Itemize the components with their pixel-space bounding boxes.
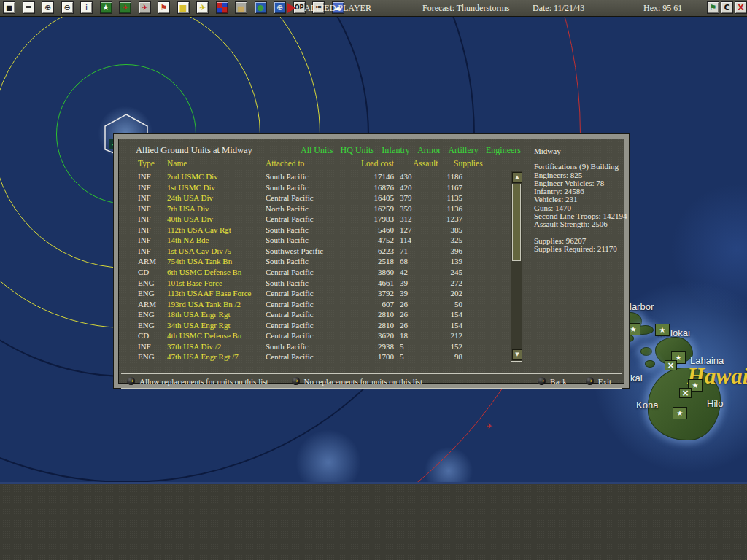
top-toolbar: ◼≡⊕⊖i★✈✈⚑▆✈▅●⊕OP≡☁ ALLIED PLAYER Forecas… [0,0,747,17]
unit-name-link[interactable]: 7th USA Div [167,204,209,213]
exit-button[interactable]: → Exit [586,377,611,386]
filter-armor[interactable]: Armor [417,145,441,156]
scroll-up-button[interactable]: ▲ [512,172,522,183]
troop-transport-icon[interactable]: ▅ [235,1,247,14]
unit-row[interactable]: INF112th USA Cav RgtSouth Pacific5460127… [118,225,512,236]
unit-row[interactable]: CD6th USMC Defense BnCentral Pacific3860… [118,268,512,278]
filter-artillery[interactable]: Artillery [448,145,478,156]
info-icon[interactable]: i [80,1,93,14]
unit-row[interactable]: INF24th USA DivCentral Pacific1640537911… [118,193,512,203]
unit-row[interactable]: ENG101st Base ForceSouth Pacific46613927… [118,279,512,289]
unit-name-link[interactable]: 14th NZ Bde [167,236,209,244]
unit-name-link[interactable]: 40th USA Div [167,214,213,223]
unit-name-link[interactable]: 34th USA Engr Rgt [167,321,230,330]
load-cost: 17146 [346,172,394,181]
unit-name-link[interactable]: 47th USA Engr Rgt /7 [167,352,239,361]
load-cost: 2810 [346,321,394,330]
unit-row[interactable]: ENG34th USA Engr RgtCentral Pacific28102… [118,321,512,331]
document-icon[interactable]: ≡ [23,1,35,14]
enemy-air-sighting-icon[interactable]: ✈ [486,421,492,431]
unit-list-scrollbar[interactable]: ▲ ▼ [511,171,522,362]
load-cost: 4661 [346,279,394,287]
unit-name-link[interactable]: 24th USA Div [167,193,213,202]
unit-name-link[interactable]: 193rd USA Tank Bn /2 [167,300,241,308]
victory-points-icon[interactable] [216,1,228,14]
attached-hq: Central Pacific [266,331,314,340]
unit-row[interactable]: INF14th NZ BdeSouth Pacific4752114325 [118,236,512,246]
unit-name-link[interactable]: 1st USMC Div [167,183,215,192]
unit-row[interactable]: ENG113th USAAF Base ForceCentral Pacific… [118,289,512,299]
unit-type: ARM [138,257,156,265]
air-sighting-icon[interactable]: ✈ [196,1,209,14]
unit-name-link[interactable]: 113th USAAF Base Force [167,289,251,298]
replay-button[interactable]: ⚑ [707,1,719,14]
unit-row[interactable]: INF40th USA DivCentral Pacific1798331212… [118,214,512,225]
unit-name-link[interactable]: 2nd USMC Div [167,172,218,181]
unit-row[interactable]: INF2nd USMC DivSouth Pacific171464301186 [118,172,512,182]
column-header: Assault [413,159,438,168]
unit-name-link[interactable]: 754th USA Tank Bn [167,257,232,265]
unit-name-link[interactable]: 18th USA Engr Rgt [167,310,230,319]
ship-sighting-icon[interactable]: ▆ [177,1,190,14]
unit-name-link[interactable]: 101st Base Force [167,279,222,287]
game-screen: ◼≡⊕⊖i★✈✈⚑▆✈▅●⊕OP≡☁ ALLIED PLAYER Forecas… [0,0,747,560]
attached-hq: South Pacific [266,342,309,351]
supplies-value: 385 [419,225,462,234]
globe-zoom-icon[interactable]: ⊕ [274,1,286,14]
unit-row[interactable]: ENG18th USA Engr RgtCentral Pacific28102… [118,310,512,320]
assault-value: 71 [400,246,408,255]
allied-aircraft-icon[interactable]: ✈ [119,1,131,14]
unit-name-link[interactable]: 112th USA Cav Rgt [167,225,231,234]
unit-row[interactable]: CD4th USMC Defense BnCentral Pacific3620… [118,331,512,341]
allow-replacements-button[interactable]: → Allow replacements for units on this l… [127,377,268,386]
zoom-in-icon[interactable]: ⊕ [42,1,54,14]
unit-row[interactable]: INF1st USA Cav Div /5Southwest Pacific62… [118,246,512,257]
filter-engineers[interactable]: Engineers [486,145,521,156]
no-replacements-button[interactable]: → No replacements for units on this list [292,377,423,386]
enemy-aircraft-icon[interactable]: ✈ [139,1,151,14]
globe-icon[interactable]: ● [255,1,267,14]
scrollbar-thumb[interactable] [512,184,521,261]
unit-name-link[interactable]: 37th USA Div /2 [167,342,221,351]
unit-row[interactable]: ENG47th USA Engr Rgt /7Central Pacific17… [118,352,512,362]
unit-row[interactable]: ARM754th USA Tank BnSouth Pacific2518681… [118,257,512,267]
unit-row[interactable]: INF37th USA Div /2South Pacific29385152 [118,342,512,352]
scroll-down-button[interactable]: ▼ [512,349,522,360]
back-button[interactable]: → Back [538,377,567,386]
dialog-footer: → Allow replacements for units on this l… [121,373,622,389]
allied-base-icon[interactable]: ★ [655,324,670,336]
unit-row[interactable]: INF1st USMC DivSouth Pacific168764201167 [118,183,512,193]
filter-hq-units[interactable]: HQ Units [341,145,374,156]
dialog-title: Allied Ground Units at Midway [136,145,252,156]
allied-base-icon[interactable]: ★ [673,407,687,419]
flag-mode-icon[interactable]: ⚑ [158,1,170,14]
combat-report-button[interactable]: C [721,1,733,14]
arrow-icon: → [538,377,546,385]
unit-type: INF [138,172,151,181]
map-place-label: Hilo [707,398,723,409]
map-place-label: Kona [636,400,658,411]
zoom-out-icon[interactable]: ⊖ [61,1,74,14]
ground-unit-icon[interactable]: × [679,388,692,398]
supplies-value: 1237 [419,214,462,223]
load-cost: 6223 [346,246,394,255]
unit-name-link[interactable]: 6th USMC Defense Bn [167,268,241,276]
supplies-value: 202 [419,289,462,298]
close-button[interactable]: X [735,1,747,14]
save-icon[interactable]: ◼ [3,1,15,14]
unit-name-link[interactable]: 4th USMC Defense Bn [167,331,241,340]
unit-name-link[interactable]: 1st USA Cav Div /5 [167,246,231,255]
attached-hq: South Pacific [266,257,309,265]
hex-coordinates-label: Hex: 95 61 [643,3,682,14]
unit-row[interactable]: INF7th USA DivNorth Pacific162593591136 [118,204,512,214]
assault-value: 379 [400,193,412,202]
filter-infantry[interactable]: Infantry [382,145,410,156]
unit-row[interactable]: ARM193rd USA Tank Bn /2Central Pacific60… [118,300,512,310]
supplies-value: 154 [419,321,462,330]
star-base-icon[interactable]: ★ [100,1,112,14]
filter-all-units[interactable]: All Units [301,145,333,156]
unit-filter-tabs: All UnitsHQ UnitsInfantryArmorArtilleryE… [301,145,521,156]
assault-value: 127 [400,225,412,234]
play-button[interactable] [287,3,295,13]
ground-unit-icon[interactable]: × [665,360,677,370]
